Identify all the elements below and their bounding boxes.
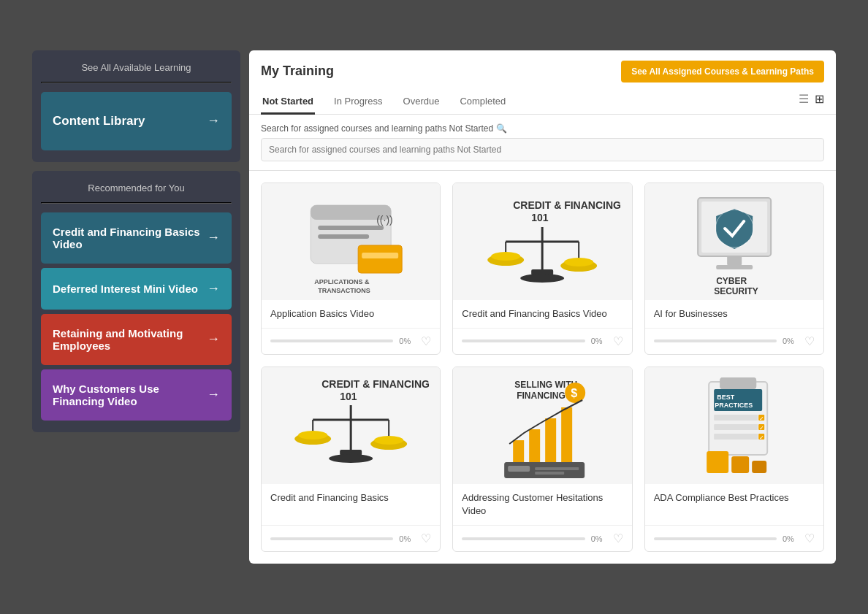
progress-bar bbox=[462, 339, 585, 342]
favorite-icon[interactable]: ♡ bbox=[421, 334, 431, 348]
see-all-section: See All Available Learning Content Libra… bbox=[32, 50, 240, 162]
svg-rect-73 bbox=[707, 451, 728, 473]
course-footer: 0% ♡ bbox=[262, 328, 440, 354]
search-label: Search for assigned courses and learning… bbox=[261, 123, 824, 134]
grid-view-icon[interactable]: ⊞ bbox=[815, 92, 824, 106]
progress-bar bbox=[270, 537, 393, 540]
courses-area: ((·)) APPLICATIONS & TRANSACTIONS Applic… bbox=[249, 171, 836, 564]
course-card-credit-basics[interactable]: CREDIT & FINANCING 101 bbox=[261, 367, 441, 552]
svg-rect-64 bbox=[714, 415, 758, 421]
course-footer: 0% ♡ bbox=[645, 525, 823, 551]
course-name: ADA Compliance Best Practices bbox=[654, 491, 815, 504]
svg-rect-3 bbox=[318, 226, 384, 230]
arrow-icon: → bbox=[207, 281, 220, 296]
svg-text:✓: ✓ bbox=[759, 415, 764, 422]
favorite-icon[interactable]: ♡ bbox=[421, 532, 431, 545]
svg-rect-28 bbox=[716, 265, 753, 269]
course-card-ada[interactable]: BEST PRACTICES ✓ ✓ ✓ bbox=[644, 367, 824, 552]
course-thumbnail: CREDIT & FINANCING 101 bbox=[453, 183, 631, 300]
course-footer: 0% ♡ bbox=[453, 525, 631, 551]
svg-rect-70 bbox=[714, 434, 758, 440]
course-body: Credit and Financing Basics bbox=[262, 484, 440, 525]
bestpractices-thumb-svg: BEST PRACTICES ✓ ✓ ✓ bbox=[645, 367, 823, 484]
arrow-icon: → bbox=[207, 230, 220, 245]
svg-text:CREDIT & FINANCING: CREDIT & FINANCING bbox=[513, 199, 621, 211]
favorite-icon[interactable]: ♡ bbox=[804, 334, 815, 348]
svg-point-41 bbox=[374, 436, 403, 445]
svg-text:PRACTICES: PRACTICES bbox=[715, 402, 753, 409]
sidebar-item-why-customers[interactable]: Why Customers Use Financing Video → bbox=[41, 369, 232, 421]
course-card-ai-businesses[interactable]: CYBER SECURITY AI for Businesses 0% ♡ bbox=[644, 183, 824, 355]
svg-point-22 bbox=[520, 274, 564, 283]
sidebar-item-label: Why Customers Use Financing Video bbox=[53, 383, 201, 407]
svg-text:101: 101 bbox=[340, 391, 357, 402]
progress-percent: 0% bbox=[591, 337, 607, 345]
course-footer: 0% ♡ bbox=[262, 525, 440, 551]
course-card-hesitations[interactable]: SELLING WITH FINANCING $ bbox=[452, 367, 632, 552]
course-thumbnail: SELLING WITH FINANCING $ bbox=[453, 367, 631, 484]
svg-rect-75 bbox=[752, 461, 766, 473]
sidebar-item-deferred-interest[interactable]: Deferred Interest Mini Video → bbox=[41, 268, 232, 310]
svg-rect-52 bbox=[561, 407, 572, 466]
svg-text:✓: ✓ bbox=[759, 434, 764, 441]
svg-text:101: 101 bbox=[531, 212, 549, 223]
svg-rect-51 bbox=[545, 418, 556, 466]
svg-text:CREDIT & FINANCING: CREDIT & FINANCING bbox=[321, 378, 430, 390]
courses-grid: ((·)) APPLICATIONS & TRANSACTIONS Applic… bbox=[261, 183, 824, 553]
recommended-title: Recommended for You bbox=[41, 183, 232, 193]
course-footer: 0% ♡ bbox=[453, 328, 631, 354]
svg-text:TRANSACTIONS: TRANSACTIONS bbox=[318, 287, 370, 294]
progress-percent: 0% bbox=[783, 337, 799, 345]
course-name: Addressing Customer Hesitations Video bbox=[462, 491, 623, 518]
favorite-icon[interactable]: ♡ bbox=[804, 532, 815, 545]
see-all-assigned-button[interactable]: See All Assigned Courses & Learning Path… bbox=[621, 61, 824, 82]
course-card-app-basics[interactable]: ((·)) APPLICATIONS & TRANSACTIONS Applic… bbox=[261, 183, 441, 355]
content-library-button[interactable]: Content Library → bbox=[41, 92, 232, 150]
course-body: Credit and Financing Basics Video bbox=[453, 300, 631, 328]
course-footer: 0% ♡ bbox=[645, 328, 823, 354]
svg-rect-49 bbox=[513, 440, 524, 466]
course-body: AI for Businesses bbox=[645, 300, 823, 328]
search-area: Search for assigned courses and learning… bbox=[249, 115, 836, 171]
svg-text:SECURITY: SECURITY bbox=[714, 286, 758, 296]
progress-percent: 0% bbox=[591, 534, 607, 543]
svg-rect-54 bbox=[508, 466, 530, 472]
svg-text:BEST: BEST bbox=[717, 394, 735, 401]
see-all-title: See All Available Learning bbox=[41, 62, 232, 73]
svg-text:CYBER: CYBER bbox=[716, 276, 747, 286]
progress-bar bbox=[270, 339, 393, 342]
course-body: ADA Compliance Best Practices bbox=[645, 484, 823, 525]
view-toggle: ☰ ⊞ bbox=[799, 92, 824, 112]
tab-in-progress[interactable]: In Progress bbox=[332, 90, 384, 115]
svg-point-17 bbox=[491, 252, 520, 261]
panel-title: My Training bbox=[261, 64, 334, 79]
progress-percent: 0% bbox=[399, 534, 415, 543]
svg-text:✓: ✓ bbox=[759, 425, 764, 431]
svg-point-38 bbox=[298, 431, 327, 440]
search-input[interactable] bbox=[261, 138, 824, 161]
credit101-thumb-svg: CREDIT & FINANCING 101 bbox=[453, 183, 631, 300]
favorite-icon[interactable]: ♡ bbox=[613, 334, 623, 348]
list-view-icon[interactable]: ☰ bbox=[799, 92, 809, 106]
svg-text:$: $ bbox=[571, 387, 577, 399]
tab-completed[interactable]: Completed bbox=[458, 90, 507, 115]
course-name: AI for Businesses bbox=[654, 307, 815, 321]
tabs-bar: Not Started In Progress Overdue Complete… bbox=[261, 90, 824, 114]
svg-rect-27 bbox=[727, 256, 742, 265]
svg-rect-6 bbox=[358, 245, 402, 273]
tab-overdue[interactable]: Overdue bbox=[402, 90, 441, 115]
sidebar-item-label: Retaining and Motivating Employees bbox=[53, 327, 201, 352]
credit101-2-thumb-svg: CREDIT & FINANCING 101 bbox=[262, 367, 440, 484]
course-name: Application Basics Video bbox=[270, 307, 431, 321]
svg-text:FINANCING: FINANCING bbox=[517, 391, 566, 401]
arrow-icon: → bbox=[207, 113, 220, 128]
course-thumbnail: ((·)) APPLICATIONS & TRANSACTIONS bbox=[262, 183, 440, 300]
favorite-icon[interactable]: ♡ bbox=[613, 532, 623, 545]
tab-not-started[interactable]: Not Started bbox=[261, 90, 315, 115]
sidebar-item-retaining[interactable]: Retaining and Motivating Employees → bbox=[41, 314, 232, 365]
sidebar-item-credit-financing[interactable]: Credit and Financing Basics Video → bbox=[41, 212, 232, 264]
course-thumbnail: CREDIT & FINANCING 101 bbox=[262, 367, 440, 484]
svg-rect-50 bbox=[529, 429, 540, 466]
course-thumbnail: BEST PRACTICES ✓ ✓ ✓ bbox=[645, 367, 823, 484]
course-card-credit-financing-video[interactable]: CREDIT & FINANCING 101 bbox=[452, 183, 632, 355]
